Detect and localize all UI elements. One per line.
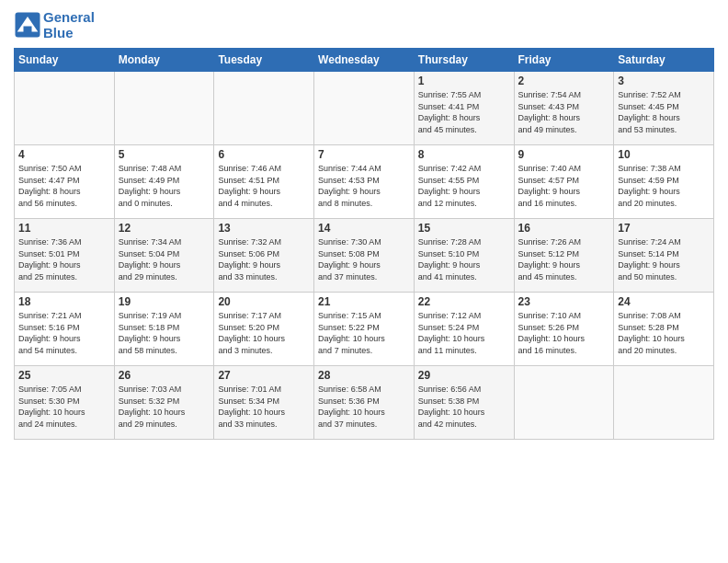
logo-icon [14,11,41,39]
day-cell: 28Sunrise: 6:58 AM Sunset: 5:36 PM Dayli… [314,366,415,440]
day-cell: 14Sunrise: 7:30 AM Sunset: 5:08 PM Dayli… [314,219,415,293]
day-cell [214,72,314,145]
header-cell-sunday: Sunday [15,49,115,72]
day-number: 10 [618,148,710,161]
day-cell: 26Sunrise: 7:03 AM Sunset: 5:32 PM Dayli… [114,366,214,440]
day-cell: 21Sunrise: 7:15 AM Sunset: 5:22 PM Dayli… [314,293,415,366]
day-number: 23 [518,295,610,308]
day-info: Sunrise: 7:15 AM Sunset: 5:22 PM Dayligh… [318,310,410,356]
day-number: 27 [218,369,310,382]
day-number: 8 [418,148,510,161]
day-number: 16 [518,222,610,235]
header-cell-monday: Monday [114,49,214,72]
day-number: 5 [119,148,210,161]
day-number: 24 [618,295,710,308]
day-info: Sunrise: 7:46 AM Sunset: 4:51 PM Dayligh… [218,163,310,209]
day-cell: 9Sunrise: 7:40 AM Sunset: 4:57 PM Daylig… [514,145,614,219]
day-number: 3 [618,75,710,87]
day-info: Sunrise: 7:38 AM Sunset: 4:59 PM Dayligh… [618,163,710,209]
day-cell: 11Sunrise: 7:36 AM Sunset: 5:01 PM Dayli… [15,219,115,293]
day-number: 4 [18,148,110,161]
header-cell-tuesday: Tuesday [214,49,314,72]
day-cell: 10Sunrise: 7:38 AM Sunset: 4:59 PM Dayli… [614,145,714,219]
day-number: 9 [518,148,610,161]
day-cell: 23Sunrise: 7:10 AM Sunset: 5:26 PM Dayli… [514,293,614,366]
day-info: Sunrise: 7:03 AM Sunset: 5:32 PM Dayligh… [119,384,210,430]
day-cell [514,366,614,440]
day-number: 22 [418,295,510,308]
day-cell: 4Sunrise: 7:50 AM Sunset: 4:47 PM Daylig… [15,145,115,219]
day-info: Sunrise: 7:48 AM Sunset: 4:49 PM Dayligh… [119,163,210,209]
day-number: 2 [518,75,610,87]
day-info: Sunrise: 7:54 AM Sunset: 4:43 PM Dayligh… [518,89,610,135]
day-number: 1 [418,75,510,87]
day-cell: 16Sunrise: 7:26 AM Sunset: 5:12 PM Dayli… [514,219,614,293]
day-cell: 24Sunrise: 7:08 AM Sunset: 5:28 PM Dayli… [614,293,714,366]
day-info: Sunrise: 7:32 AM Sunset: 5:06 PM Dayligh… [218,236,310,282]
day-cell: 5Sunrise: 7:48 AM Sunset: 4:49 PM Daylig… [114,145,214,219]
day-cell: 15Sunrise: 7:28 AM Sunset: 5:10 PM Dayli… [414,219,514,293]
day-number: 29 [418,369,510,382]
day-cell: 17Sunrise: 7:24 AM Sunset: 5:14 PM Dayli… [614,219,714,293]
day-cell: 7Sunrise: 7:44 AM Sunset: 4:53 PM Daylig… [314,145,415,219]
day-cell [314,72,415,145]
day-info: Sunrise: 7:30 AM Sunset: 5:08 PM Dayligh… [318,236,410,282]
week-row-4: 18Sunrise: 7:21 AM Sunset: 5:16 PM Dayli… [15,293,714,366]
day-info: Sunrise: 7:17 AM Sunset: 5:20 PM Dayligh… [218,310,310,356]
header-cell-friday: Friday [514,49,614,72]
logo: General Blue [14,9,95,40]
day-number: 11 [18,222,110,235]
week-row-2: 4Sunrise: 7:50 AM Sunset: 4:47 PM Daylig… [15,145,714,219]
day-info: Sunrise: 7:50 AM Sunset: 4:47 PM Dayligh… [18,163,110,209]
day-number: 26 [119,369,210,382]
day-info: Sunrise: 7:19 AM Sunset: 5:18 PM Dayligh… [119,310,210,356]
day-number: 25 [18,369,110,382]
day-number: 13 [218,222,310,235]
header: General Blue [14,9,714,40]
day-info: Sunrise: 7:24 AM Sunset: 5:14 PM Dayligh… [618,236,710,282]
day-info: Sunrise: 7:05 AM Sunset: 5:30 PM Dayligh… [18,384,110,430]
day-cell: 22Sunrise: 7:12 AM Sunset: 5:24 PM Dayli… [414,293,514,366]
calendar-header: SundayMondayTuesdayWednesdayThursdayFrid… [15,49,714,72]
day-cell: 8Sunrise: 7:42 AM Sunset: 4:55 PM Daylig… [414,145,514,219]
day-number: 21 [318,295,410,308]
day-info: Sunrise: 7:28 AM Sunset: 5:10 PM Dayligh… [418,236,510,282]
day-number: 12 [119,222,210,235]
day-info: Sunrise: 7:52 AM Sunset: 4:45 PM Dayligh… [618,89,710,135]
day-cell: 2Sunrise: 7:54 AM Sunset: 4:43 PM Daylig… [514,72,614,145]
day-info: Sunrise: 7:36 AM Sunset: 5:01 PM Dayligh… [18,236,110,282]
day-cell: 29Sunrise: 6:56 AM Sunset: 5:38 PM Dayli… [414,366,514,440]
day-number: 7 [318,148,410,161]
day-number: 18 [18,295,110,308]
day-number: 14 [318,222,410,235]
day-info: Sunrise: 7:10 AM Sunset: 5:26 PM Dayligh… [518,310,610,356]
day-cell [15,72,115,145]
day-cell: 25Sunrise: 7:05 AM Sunset: 5:30 PM Dayli… [15,366,115,440]
day-info: Sunrise: 7:12 AM Sunset: 5:24 PM Dayligh… [418,310,510,356]
header-row: SundayMondayTuesdayWednesdayThursdayFrid… [15,49,714,72]
header-cell-wednesday: Wednesday [314,49,415,72]
header-cell-saturday: Saturday [614,49,714,72]
calendar-table: SundayMondayTuesdayWednesdayThursdayFrid… [14,48,714,440]
day-cell: 3Sunrise: 7:52 AM Sunset: 4:45 PM Daylig… [614,72,714,145]
day-cell [114,72,214,145]
day-cell: 1Sunrise: 7:55 AM Sunset: 4:41 PM Daylig… [414,72,514,145]
svg-rect-2 [24,27,32,34]
day-cell [614,366,714,440]
day-number: 15 [418,222,510,235]
day-cell: 6Sunrise: 7:46 AM Sunset: 4:51 PM Daylig… [214,145,314,219]
day-cell: 18Sunrise: 7:21 AM Sunset: 5:16 PM Dayli… [15,293,115,366]
day-number: 28 [318,369,410,382]
page: General Blue SundayMondayTuesdayWednesda… [0,0,728,449]
calendar-body: 1Sunrise: 7:55 AM Sunset: 4:41 PM Daylig… [15,72,714,440]
day-cell: 13Sunrise: 7:32 AM Sunset: 5:06 PM Dayli… [214,219,314,293]
day-number: 19 [119,295,210,308]
day-number: 20 [218,295,310,308]
day-info: Sunrise: 6:56 AM Sunset: 5:38 PM Dayligh… [418,384,510,430]
day-info: Sunrise: 7:55 AM Sunset: 4:41 PM Dayligh… [418,89,510,135]
week-row-5: 25Sunrise: 7:05 AM Sunset: 5:30 PM Dayli… [15,366,714,440]
day-cell: 20Sunrise: 7:17 AM Sunset: 5:20 PM Dayli… [214,293,314,366]
week-row-3: 11Sunrise: 7:36 AM Sunset: 5:01 PM Dayli… [15,219,714,293]
day-info: Sunrise: 7:40 AM Sunset: 4:57 PM Dayligh… [518,163,610,209]
day-info: Sunrise: 7:34 AM Sunset: 5:04 PM Dayligh… [119,236,210,282]
